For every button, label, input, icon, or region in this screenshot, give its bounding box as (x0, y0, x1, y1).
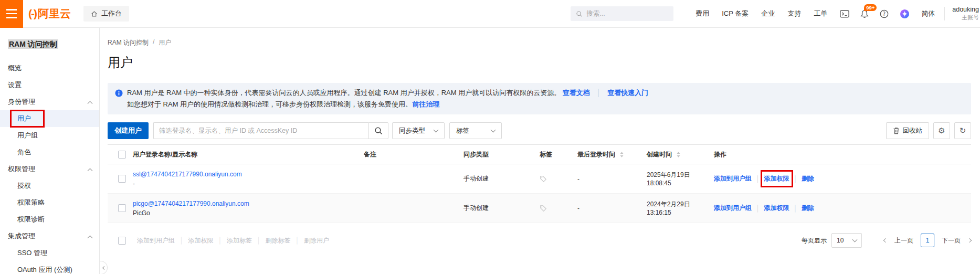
batch-delete-tag[interactable]: 删除标签 (266, 236, 291, 245)
aliyun-logo-text: 阿里云 (38, 6, 71, 21)
col-header-last-login: 最后登录时间 (577, 150, 615, 159)
footer-select-all-checkbox[interactable] (118, 237, 126, 245)
banner-text-line2: 如您想对于 RAM 用户的使用情况做检测和治理，可移步身份权限治理检测，该服务免… (127, 99, 964, 110)
user-login-link[interactable]: ssl@1747404217177990.onaliyun.com (133, 170, 242, 179)
create-user-button[interactable]: 创建用户 (108, 122, 149, 139)
row-checkbox[interactable] (118, 175, 126, 183)
users-table: 用户登录名称/显示名称 备注 同步类型 标签 最后登录时间 创建时间 操作 (108, 144, 971, 257)
sidebar-item-user-groups[interactable]: 用户组 (0, 127, 99, 144)
trash-icon (893, 127, 900, 134)
topbar-link-enterprise[interactable]: 企业 (761, 9, 775, 18)
next-page-button[interactable]: 下一页 (942, 236, 961, 245)
sync-type-select[interactable]: 同步类型 (392, 122, 445, 139)
chevron-down-icon (434, 127, 439, 132)
account-menu[interactable]: adouking 主账号 (952, 6, 980, 21)
prev-page-button[interactable]: 上一页 (894, 236, 913, 245)
sidebar-group-identity[interactable]: 身份管理 (0, 93, 99, 110)
row-checkbox[interactable] (118, 204, 126, 212)
user-last-login: - (577, 175, 647, 183)
aliyun-logo[interactable]: (-) 阿里云 (28, 6, 71, 21)
batch-add-to-group[interactable]: 添加到用户组 (137, 236, 175, 245)
refresh-icon: ↻ (960, 126, 966, 135)
topbar-link-tickets[interactable]: 工单 (814, 9, 827, 18)
workbench-button[interactable]: 工作台 (83, 6, 129, 22)
user-sync-type: 手动创建 (463, 174, 540, 183)
add-permission-link[interactable]: 添加权限 (764, 174, 789, 183)
user-sync-type: 手动创建 (463, 204, 540, 213)
prev-page-chevron[interactable] (884, 239, 887, 242)
sort-icon[interactable] (620, 152, 624, 157)
main-content: RAM 访问控制 / 用户 用户 RAM 用户是 RAM 中的一种实体身份，代表… (100, 28, 980, 274)
topbar-link-support[interactable]: 支持 (787, 9, 801, 18)
user-filter-input[interactable] (153, 122, 368, 139)
svg-text:?: ? (883, 10, 886, 16)
topbar-search[interactable] (571, 6, 673, 21)
page-size-label: 每页显示 (802, 236, 827, 245)
add-permission-link[interactable]: 添加权限 (764, 204, 789, 213)
console-terminal-button[interactable] (840, 10, 849, 18)
hamburger-menu-button[interactable] (0, 0, 23, 28)
topbar-link-icp[interactable]: ICP 备案 (722, 9, 749, 18)
chevron-up-icon (88, 168, 93, 173)
col-header-note: 备注 (364, 150, 463, 159)
user-login-link[interactable]: picgo@1747404217177990.onaliyun.com (133, 199, 249, 208)
delete-user-link[interactable]: 删除 (802, 174, 814, 183)
current-page-button[interactable]: 1 (921, 234, 934, 247)
topbar-search-input[interactable] (586, 10, 665, 17)
chevron-left-icon (883, 238, 888, 243)
tag-filter-select[interactable]: 标签 (449, 122, 502, 139)
sidebar-item-oauth[interactable]: OAuth 应用 (公测) (0, 261, 99, 274)
quickstart-link[interactable]: 查看快速入门 (607, 89, 648, 97)
sidebar-item-roles[interactable]: 角色 (0, 144, 99, 161)
sidebar-group-permissions[interactable]: 权限管理 (0, 161, 99, 177)
breadcrumb-root[interactable]: RAM 访问控制 (108, 38, 149, 47)
sidebar-item-settings[interactable]: 设置 (0, 77, 99, 93)
page-title: 用户 (108, 54, 971, 70)
sidebar-item-permission-diagnosis[interactable]: 权限诊断 (0, 211, 99, 228)
col-header-tag: 标签 (540, 150, 577, 159)
col-header-sync: 同步类型 (463, 150, 540, 159)
page-size-select[interactable]: 10 (831, 233, 862, 248)
aliyun-logo-mark: (-) (28, 7, 36, 20)
add-to-group-link[interactable]: 添加到用户组 (714, 204, 752, 213)
table-settings-button[interactable]: ⚙ (933, 122, 950, 139)
sidebar-title: RAM 访问控制 (0, 28, 99, 60)
user-created-time: 2024年2月29日 13:16:15 (647, 200, 714, 216)
view-docs-link[interactable]: 查看文档 (563, 89, 590, 97)
user-display-name: PicGo (133, 209, 150, 217)
sidebar-item-overview[interactable]: 概览 (0, 60, 99, 77)
chevron-right-icon (967, 238, 972, 243)
ai-assistant-button[interactable] (900, 9, 910, 19)
search-icon (374, 127, 383, 135)
home-icon (91, 10, 98, 17)
sidebar-item-policies[interactable]: 权限策略 (0, 194, 99, 211)
governance-link[interactable]: 前往治理 (412, 100, 439, 108)
language-selector[interactable]: 简体 (921, 9, 935, 18)
batch-add-tag[interactable]: 添加标签 (227, 236, 252, 245)
ai-sparkle-icon (900, 9, 910, 19)
help-button[interactable]: ? (880, 9, 889, 18)
add-to-group-link[interactable]: 添加到用户组 (714, 174, 752, 183)
delete-user-link[interactable]: 删除 (802, 204, 814, 213)
notifications-button[interactable]: 99+ (860, 9, 869, 18)
next-page-chevron[interactable] (968, 239, 971, 242)
chevron-up-icon (88, 101, 93, 106)
pagination: 每页显示 10 上一页 1 下一页 (802, 233, 971, 248)
sidebar-item-sso[interactable]: SSO 管理 (0, 245, 99, 261)
batch-delete-user[interactable]: 删除用户 (304, 236, 329, 245)
sidebar: RAM 访问控制 概览 设置 身份管理 用户 用户组 角色 权限管理 授权 权限… (0, 28, 100, 274)
notification-badge: 99+ (864, 4, 877, 11)
sidebar-item-users[interactable]: 用户 (0, 110, 99, 127)
select-all-checkbox[interactable] (118, 151, 126, 159)
topbar-link-billing[interactable]: 费用 (696, 9, 709, 18)
sort-icon[interactable] (677, 152, 680, 157)
chevron-left-icon (102, 266, 106, 269)
sidebar-group-integration[interactable]: 集成管理 (0, 228, 99, 245)
refresh-button[interactable]: ↻ (954, 122, 971, 139)
recycle-bin-button[interactable]: 回收站 (886, 122, 930, 139)
filter-search-button[interactable] (368, 122, 388, 139)
chevron-down-icon (491, 127, 496, 132)
batch-add-permission[interactable]: 添加权限 (188, 236, 214, 245)
sidebar-item-grants[interactable]: 授权 (0, 177, 99, 194)
toolbar: 创建用户 同步类型 标签 回收站 ⚙ ↻ (108, 122, 971, 139)
